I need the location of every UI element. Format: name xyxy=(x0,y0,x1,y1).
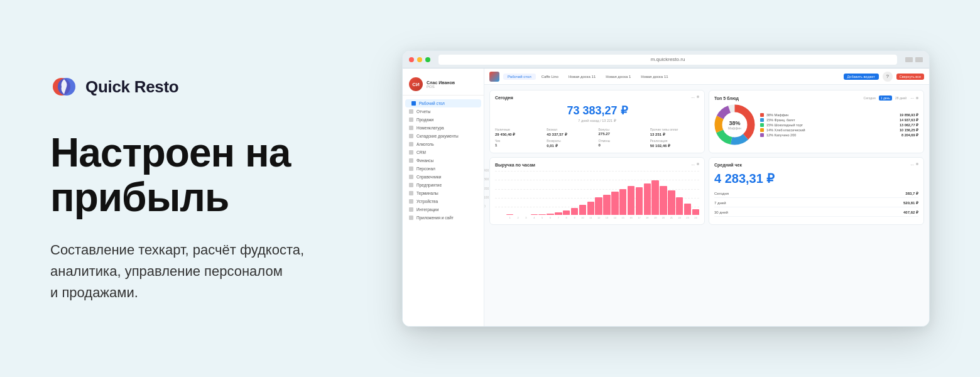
nav-back xyxy=(905,57,913,62)
dash-grid: Сегодня ··· 73 383,27 ₽ 7 дней назад / 1… xyxy=(484,85,929,230)
sidebar-item-reports[interactable]: Отчеты xyxy=(403,107,484,116)
today-amount: 73 383,27 ₽ xyxy=(495,104,699,117)
tab-board2[interactable]: Новая доска 1 xyxy=(601,74,635,80)
sidebar-item-alcohol[interactable]: Алкоголь xyxy=(403,140,484,148)
sidebar-item-desktop[interactable]: Рабочий стол xyxy=(405,99,481,107)
tab-desktop[interactable]: Рабочий стол xyxy=(503,74,536,80)
top5-tab-today[interactable]: Сегодня xyxy=(862,96,878,101)
sidebar-icon xyxy=(409,167,413,171)
top5-more-icon[interactable]: ··· xyxy=(910,96,914,101)
legend-color-cake xyxy=(760,123,764,127)
bar-chart-header: Выручка по часам ··· xyxy=(495,163,699,167)
sidebar-item-finance[interactable]: Финансы xyxy=(403,156,484,165)
grid-line-400: 400 xyxy=(495,171,699,172)
tab-caffe[interactable]: Caffe Lino xyxy=(537,74,563,80)
sidebar-icon xyxy=(409,134,413,138)
bar-chart-area: 400 300 200 100 0 xyxy=(495,171,699,215)
sidebar-icon xyxy=(409,191,413,195)
avg-more-icon[interactable]: ··· xyxy=(910,163,914,167)
today-more-icon[interactable]: ··· xyxy=(691,96,695,100)
sidebar-item-apps[interactable]: Приложения и сайт xyxy=(403,214,484,222)
avg-card-header: Средний чек ··· xyxy=(714,163,918,167)
top5-card-title: Топ 5 блюд xyxy=(714,96,739,101)
browser-bar: m.quickresto.ru xyxy=(403,51,929,68)
avg-row-7days: 7 дней 520,81 ₽ xyxy=(714,200,918,207)
nav-forward xyxy=(915,57,923,62)
today-subtitle: 7 дней назад / 13 221 ₽ xyxy=(495,119,699,123)
donut-center: 38% Маффин xyxy=(728,120,741,130)
brand-name: Quick Resto xyxy=(85,77,178,97)
bar-refresh-icon[interactable] xyxy=(697,163,699,165)
add-widget-button[interactable]: Добавить виджет xyxy=(844,74,879,80)
legend-bread: 14% Хлеб классический 10 156,25 ₽ xyxy=(760,128,918,132)
sidebar-item-nomenclature[interactable]: Номенклатура xyxy=(403,124,484,132)
sidebar-item-devices[interactable]: Устройства xyxy=(403,197,484,205)
today-refresh-icon[interactable] xyxy=(697,96,699,98)
today-card-title: Сегодня xyxy=(495,96,513,100)
browser-minimize-dot xyxy=(417,57,422,62)
sidebar-avatar: СИ xyxy=(409,77,423,91)
bar-chart-actions: ··· xyxy=(691,163,699,167)
stat-check: Чек 1 xyxy=(495,139,544,148)
collapse-all-button[interactable]: Свернуть все xyxy=(896,74,924,80)
stat-realization: Реализация 50 102,46 ₽ xyxy=(650,139,699,148)
subtext-line2: аналитика, управление персоналом xyxy=(50,263,283,279)
tab-board1[interactable]: Новая доска 11 xyxy=(564,74,600,80)
sidebar-item-integrations[interactable]: Интеграции xyxy=(403,205,484,214)
sidebar-user-info: Слас Иванов POS xyxy=(427,80,455,89)
logo-area: Quick Resto xyxy=(50,73,377,101)
help-icon[interactable]: ? xyxy=(883,72,893,82)
dash-main: Рабочий стол Caffe Lino Новая доска 11 Н… xyxy=(484,68,929,326)
avg-amount: 4 283,31 ₽ xyxy=(714,171,918,186)
sidebar-item-terminals[interactable]: Терминалы xyxy=(403,189,484,197)
sidebar-item-warehouse[interactable]: Складские документы xyxy=(403,132,484,140)
sidebar-item-enterprise[interactable]: Предприятие xyxy=(403,181,484,189)
top5-tab-1day[interactable]: 1 день xyxy=(879,96,892,101)
browser-nav xyxy=(905,57,923,62)
bar-pink xyxy=(506,214,513,215)
topnav-logo xyxy=(489,72,499,82)
sidebar-icon xyxy=(409,142,413,146)
donut-pct: 38% xyxy=(728,120,741,126)
avg-check-card: Средний чек ··· 4 283,31 ₽ Сегодня xyxy=(709,157,924,225)
hero-headline: Настроен на прибыль xyxy=(50,131,377,219)
sidebar-icon xyxy=(409,109,413,114)
sidebar-item-sales[interactable]: Продажи xyxy=(403,116,484,124)
top5-period-tabs: Сегодня 1 день 28 дней xyxy=(862,96,909,101)
bar-more-icon[interactable]: ··· xyxy=(691,163,695,167)
sidebar-icon xyxy=(409,158,413,163)
today-stats-row2: Чек 1 Возвраты 0,01 ₽ Отмены 0 xyxy=(495,139,699,148)
legend-color-muffin xyxy=(760,113,764,117)
stat-returns: Возвраты 0,01 ₽ xyxy=(547,139,596,148)
sidebar-icon xyxy=(409,207,413,212)
today-card-header: Сегодня ··· xyxy=(495,96,699,100)
sidebar-item-staff[interactable]: Персонал xyxy=(403,165,484,173)
subtext-line1: Составление техкарт, расчёт фудкоста, xyxy=(50,242,304,258)
sidebar-item-crm[interactable]: CRM xyxy=(403,148,484,156)
browser-close-dot xyxy=(409,57,414,62)
tab-board3[interactable]: Новая доска 11 xyxy=(636,74,672,80)
left-section: Quick Resto Настроен на прибыль Составле… xyxy=(50,73,377,303)
today-card-actions: ··· xyxy=(691,96,699,100)
sidebar-icon xyxy=(409,126,413,130)
dash-topnav: Рабочий стол Caffe Lino Новая доска 11 Н… xyxy=(484,68,929,85)
avg-card-actions: ··· xyxy=(910,163,918,167)
avg-refresh-icon[interactable] xyxy=(916,163,918,165)
legend-cake: 15% Шоколадный торт 13 062,77 ₽ xyxy=(760,123,918,127)
today-card: Сегодня ··· 73 383,27 ₽ 7 дней назад / 1… xyxy=(489,90,705,153)
sidebar-item-refs[interactable]: Справочники xyxy=(403,173,484,181)
legend-muffin: 38% Маффин 19 856,93 ₽ xyxy=(760,113,918,117)
line-chart-overlay xyxy=(518,178,699,215)
top5-settings-icon[interactable] xyxy=(916,97,918,99)
legend-color-cappuccino xyxy=(760,133,764,137)
sidebar-icon xyxy=(409,183,413,187)
legend-color-bread xyxy=(760,128,764,132)
quickresto-logo-icon xyxy=(50,73,78,101)
donut-chart: 38% Маффин xyxy=(714,104,755,145)
top5-card-header: Топ 5 блюд Сегодня 1 день 28 дней ··· xyxy=(714,96,918,101)
top5-legend: 38% Маффин 19 856,93 ₽ 15% Франц. багет … xyxy=(760,113,918,137)
legend-color-baguette xyxy=(760,118,764,122)
avg-rows: Сегодня 383,7 ₽ 7 дней 520,81 ₽ 30 дней … xyxy=(714,191,918,217)
top5-tab-28days[interactable]: 28 дней xyxy=(893,96,908,101)
page-wrapper: Quick Resto Настроен на прибыль Составле… xyxy=(0,0,980,377)
